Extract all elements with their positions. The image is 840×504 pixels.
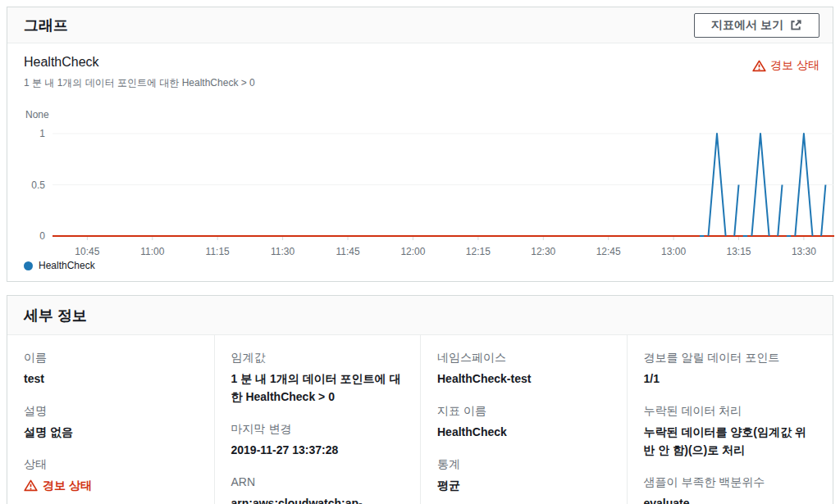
legend-swatch-icon (24, 261, 33, 270)
x-tick-label: 12:15 (458, 246, 499, 257)
detail-field-value: arn:aws:cloudwatch:ap-northeast-2:328345… (231, 494, 404, 504)
x-tick-label: 11:00 (132, 246, 173, 257)
y-axis-ticks: 10.50 (7, 128, 47, 243)
y-tick-label: 0.5 (31, 179, 45, 191)
detail-field: ARNarn:aws:cloudwatch:ap-northeast-2:328… (231, 474, 404, 504)
detail-field: 통계평균 (437, 456, 610, 494)
x-tick-label: 13:30 (783, 246, 824, 257)
x-tick-label: 13:15 (719, 246, 760, 257)
alarm-state-value: 경보 상태 (24, 476, 198, 494)
detail-field-label: 누락된 데이터 처리 (644, 402, 817, 419)
detail-field: 경보를 알릴 데이터 포인트1/1 (644, 349, 817, 388)
detail-field-label: 지표 이름 (437, 402, 610, 419)
x-tick-label: 10:45 (66, 246, 107, 257)
detail-field-label: 마지막 변경 (231, 420, 404, 437)
x-tick-label: 12:45 (588, 246, 629, 257)
detail-field: 지표 이름HealthCheck (437, 402, 610, 441)
cloudwatch-alarm-detail-page: 그래프 지표에서 보기 HealthCheck 1 분 내 1개의 데이터 포인… (0, 0, 840, 504)
x-axis-ticks: 10:4511:0011:1511:3011:4512:0012:1512:30… (52, 246, 834, 257)
details-panel-title: 세부 정보 (24, 306, 87, 325)
detail-field-label: 샘플이 부족한 백분위수 (644, 474, 817, 490)
warning-triangle-icon (24, 479, 38, 492)
detail-field: 설명설명 없음 (24, 402, 198, 441)
x-tick-label: 11:45 (327, 246, 368, 257)
detail-field: 임계값1 분 내 1개의 데이터 포인트에 대한 HealthCheck > 0 (231, 349, 404, 406)
detail-field-label: 상태 (24, 456, 198, 472)
detail-field-label: 임계값 (231, 349, 404, 366)
alarm-state-text: 경보 상태 (43, 476, 92, 494)
detail-field: 네임스페이스HealthCheck-test (437, 349, 610, 388)
detail-field-value: HealthCheck (437, 423, 610, 441)
chart-area: HealthCheck 1 분 내 1개의 데이터 포인트에 대한 Health… (7, 43, 833, 281)
detail-field-label: ARN (231, 474, 404, 490)
y-axis-unit-label: None (25, 109, 49, 120)
detail-field-value: HealthCheck-test (437, 370, 610, 388)
details-panel: 세부 정보 이름test설명설명 없음상태경보 상태임계값1 분 내 1개의 데… (7, 295, 833, 504)
details-column: 임계값1 분 내 1개의 데이터 포인트에 대한 HealthCheck > 0… (214, 335, 421, 504)
detail-field-value: 누락된 데이터를 양호(임계값 위반 안 함)(으)로 처리 (644, 423, 817, 459)
details-column: 네임스페이스HealthCheck-test지표 이름HealthCheck통계… (420, 335, 627, 504)
x-tick-label: 12:30 (523, 246, 564, 257)
detail-field-label: 네임스페이스 (437, 349, 610, 366)
detail-field: 샘플이 부족한 백분위수evaluate (644, 474, 817, 504)
series-line (778, 185, 782, 237)
line-chart[interactable] (52, 128, 834, 243)
x-tick-label: 13:00 (653, 246, 694, 257)
detail-field: 누락된 데이터 처리누락된 데이터를 양호(임계값 위반 안 함)(으)로 처리 (644, 402, 817, 459)
warning-triangle-icon (752, 60, 766, 72)
chart-legend[interactable]: HealthCheck (24, 260, 95, 271)
view-in-metrics-label: 지표에서 보기 (711, 18, 783, 33)
detail-field-label: 설명 (24, 402, 198, 419)
series-line (821, 185, 825, 237)
detail-field-value: test (24, 370, 198, 388)
details-column: 이름test설명설명 없음상태경보 상태 (7, 335, 214, 504)
detail-field-value: evaluate (644, 494, 817, 504)
legend-label: HealthCheck (39, 260, 95, 271)
graph-panel-header: 그래프 지표에서 보기 (7, 7, 833, 43)
x-tick-label: 12:00 (392, 246, 433, 257)
series-line (734, 185, 738, 237)
detail-field-value: 1 분 내 1개의 데이터 포인트에 대한 HealthCheck > 0 (231, 370, 404, 406)
graph-panel: 그래프 지표에서 보기 HealthCheck 1 분 내 1개의 데이터 포인… (7, 7, 833, 282)
y-tick-label: 0 (39, 230, 45, 242)
x-tick-label: 11:15 (197, 246, 238, 257)
details-grid: 이름test설명설명 없음상태경보 상태임계값1 분 내 1개의 데이터 포인트… (7, 335, 833, 504)
details-column: 경보를 알릴 데이터 포인트1/1누락된 데이터 처리누락된 데이터를 양호(임… (627, 335, 833, 504)
detail-field-value: 1/1 (644, 370, 817, 388)
view-in-metrics-button[interactable]: 지표에서 보기 (694, 13, 819, 38)
detail-field-value: 설명 없음 (24, 423, 198, 441)
detail-field-label: 이름 (24, 349, 198, 366)
detail-field-value: 2019-11-27 13:37:28 (231, 441, 404, 459)
detail-field-label: 통계 (437, 456, 610, 472)
alarm-state-label: 경보 상태 (770, 58, 819, 73)
alarm-state-badge: 경보 상태 (752, 58, 819, 73)
graph-panel-title: 그래프 (24, 16, 68, 35)
detail-field: 이름test (24, 349, 198, 388)
chart-head: HealthCheck 1 분 내 1개의 데이터 포인트에 대한 Health… (7, 43, 833, 90)
y-tick-label: 1 (39, 128, 45, 139)
x-tick-label: 11:30 (262, 246, 304, 257)
external-link-icon (790, 19, 802, 31)
chart-title: HealthCheck (24, 55, 255, 70)
chart-title-block: HealthCheck 1 분 내 1개의 데이터 포인트에 대한 Health… (24, 55, 255, 90)
detail-field-value: 평균 (437, 476, 610, 494)
detail-field: 마지막 변경2019-11-27 13:37:28 (231, 420, 404, 459)
details-panel-header: 세부 정보 (7, 296, 833, 335)
detail-field: 상태경보 상태 (24, 456, 198, 494)
detail-field-label: 경보를 알릴 데이터 포인트 (644, 349, 817, 366)
chart-subtitle: 1 분 내 1개의 데이터 포인트에 대한 HealthCheck > 0 (24, 76, 255, 90)
